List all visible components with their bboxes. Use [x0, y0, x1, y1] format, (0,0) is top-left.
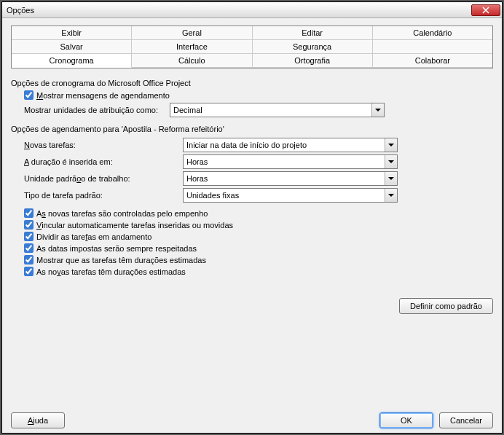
combo-assignment-units[interactable]: Decimal: [170, 103, 385, 117]
row-work-unit: Unidade padrãoo de trabalho: Horas: [24, 171, 493, 186]
chk-split-in-progress-label: Dividir as tarefas em andamento: [36, 232, 151, 241]
lbl-work-unit: Unidade padrãoo de trabalho:: [24, 174, 183, 183]
chk-new-tasks-estimated-box[interactable]: [24, 267, 34, 276]
footer: Ajuda OK Cancelar: [2, 408, 502, 433]
chk-effort-driven[interactable]: As novas tarefas são controladas pelo em…: [24, 208, 493, 218]
row-task-type: Tipo de tarefa padrão: Unidades fixas: [24, 188, 493, 203]
tab-seguranca[interactable]: Segurança: [253, 40, 373, 54]
tab-calendario[interactable]: Calendário: [373, 26, 492, 40]
chk-effort-driven-label: As novas tarefas são controladas pelo em…: [36, 209, 208, 218]
combo-work-unit[interactable]: Horas: [183, 171, 398, 186]
chk-autolink-label: Vincular automaticamente tarefas inserid…: [36, 221, 233, 230]
content: Opções de cronograma do Microsoft Office…: [11, 73, 493, 402]
chevron-down-icon: [385, 189, 397, 202]
chk-split-in-progress[interactable]: Dividir as tarefas em andamento: [24, 232, 493, 241]
row-duration: A duração é inserida em: Horas: [24, 154, 493, 169]
row-new-tasks: Novas tarefas: Iniciar na data de início…: [24, 138, 493, 152]
tabs: Exibir Geral Editar Calendário Salvar In…: [11, 26, 493, 68]
chk-show-estimated-label: Mostrar que as tarefas têm durações esti…: [36, 256, 206, 264]
chk-new-tasks-estimated[interactable]: As novas tarefas têm durações estimadas: [24, 267, 493, 276]
chk-constraint-dates-box[interactable]: [24, 243, 34, 253]
section-title-project: Opções de cronograma do Microsoft Office…: [11, 79, 493, 87]
window-title: Opções: [7, 6, 471, 15]
set-as-default-button[interactable]: Definir como padrão: [399, 298, 493, 314]
tab-cronograma[interactable]: Cronograma: [12, 54, 132, 68]
tab-editar[interactable]: Editar: [253, 26, 373, 40]
lbl-duration: A duração é inserida em:: [24, 157, 183, 166]
combo-work-unit-value: Horas: [184, 174, 385, 183]
chevron-down-icon: [371, 103, 384, 117]
combo-task-type-value: Unidades fixas: [184, 191, 385, 200]
tab-geral[interactable]: Geral: [132, 26, 252, 40]
section-title-file: Opções de agendamento para 'Apostila - R…: [11, 125, 493, 133]
tabs-row-3: Cronograma Cálculo Ortografia Colaborar: [12, 54, 492, 68]
combo-duration-value: Horas: [184, 157, 385, 166]
options-dialog: Opções Exibir Geral Editar Calendário Sa…: [1, 1, 503, 434]
tabs-row-1: Exibir Geral Editar Calendário: [12, 26, 492, 40]
combo-new-tasks-value: Iniciar na data de início do projeto: [184, 141, 385, 149]
tab-calculo[interactable]: Cálculo: [132, 54, 252, 68]
chk-show-estimated-box[interactable]: [24, 255, 34, 264]
lbl-new-tasks: Novas tarefas:: [24, 141, 183, 149]
cancel-button[interactable]: Cancelar: [439, 412, 493, 428]
chk-effort-driven-box[interactable]: [24, 208, 34, 218]
combo-new-tasks[interactable]: Iniciar na data de início do projeto: [183, 138, 398, 152]
tabs-row-2: Salvar Interface Segurança: [12, 40, 492, 54]
tab-exibir[interactable]: Exibir: [12, 26, 132, 40]
help-button[interactable]: Ajuda: [11, 412, 65, 428]
titlebar: Opções: [2, 2, 502, 18]
chevron-down-icon: [385, 155, 397, 168]
tab-empty: [373, 40, 492, 54]
chk-show-estimated[interactable]: Mostrar que as tarefas têm durações esti…: [24, 255, 493, 264]
chevron-down-icon: [385, 172, 397, 185]
chk-show-scheduling-messages[interactable]: Mostrar mensagens de agendamento: [24, 90, 493, 100]
chk-constraint-dates-label: As datas impostas serão sempre respeitad…: [36, 244, 197, 253]
chk-show-scheduling-messages-label: Mostrar mensagens de agendamento: [36, 91, 170, 100]
combo-assignment-units-value: Decimal: [170, 106, 371, 114]
combo-duration[interactable]: Horas: [183, 154, 398, 169]
lbl-assignment-units: Mostrar unidades de atribuição como:: [24, 106, 170, 114]
chevron-down-icon: [385, 138, 397, 152]
chk-new-tasks-estimated-label: As novas tarefas têm durações estimadas: [36, 267, 186, 276]
tab-colaborar[interactable]: Colaborar: [373, 54, 492, 68]
dialog-body: Exibir Geral Editar Calendário Salvar In…: [2, 18, 502, 408]
tab-interface[interactable]: Interface: [132, 40, 252, 54]
row-assignment-units: Mostrar unidades de atribuição como: Dec…: [24, 103, 493, 117]
tab-salvar[interactable]: Salvar: [12, 40, 132, 54]
chk-constraint-dates[interactable]: As datas impostas serão sempre respeitad…: [24, 243, 493, 253]
close-icon: [482, 7, 489, 14]
ok-button[interactable]: OK: [379, 412, 433, 428]
tab-ortografia[interactable]: Ortografia: [253, 54, 373, 68]
combo-task-type[interactable]: Unidades fixas: [183, 188, 398, 203]
lbl-task-type: Tipo de tarefa padrão:: [24, 191, 183, 200]
close-button[interactable]: [471, 4, 500, 16]
chk-autolink-box[interactable]: [24, 220, 34, 230]
chk-autolink[interactable]: Vincular automaticamente tarefas inserid…: [24, 220, 493, 230]
chk-show-scheduling-messages-box[interactable]: [24, 90, 34, 100]
chk-split-in-progress-box[interactable]: [24, 232, 34, 241]
